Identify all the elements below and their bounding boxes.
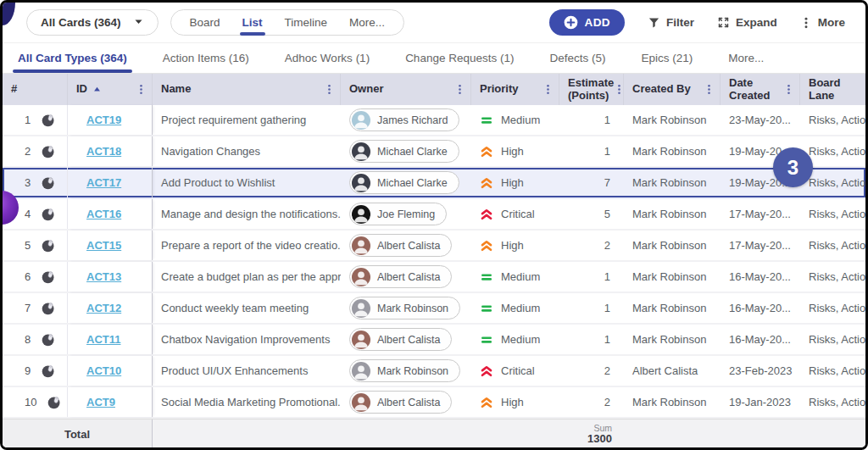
- column-header-owner[interactable]: Owner: [341, 74, 471, 105]
- expand-icon: [717, 16, 730, 29]
- owner-pill[interactable]: James Richard: [349, 108, 459, 131]
- owner-pill[interactable]: Albert Calista: [349, 391, 452, 414]
- expand-button[interactable]: Expand: [717, 16, 777, 29]
- tab-label: Change Requests (1): [405, 52, 514, 64]
- card-id-link[interactable]: ACT16: [86, 208, 121, 220]
- tab-epics-21[interactable]: Epics (21): [641, 43, 693, 73]
- card-name: Add Product to Wishlist: [161, 176, 275, 189]
- owner-pill[interactable]: Joe Fleming: [349, 203, 447, 225]
- row-number: 3: [25, 176, 31, 189]
- column-header-id[interactable]: ID: [68, 74, 153, 105]
- card-type-icon: [42, 270, 55, 284]
- owner-pill[interactable]: Michael Clarke: [349, 171, 459, 194]
- column-header-estimate-points[interactable]: Estimate (Points): [559, 74, 624, 105]
- table-row[interactable]: 2 ACT18 Navigation Changes Michael Clark…: [3, 136, 865, 168]
- table-row[interactable]: 8 ACT11 Chatbox Navigation Improvements …: [3, 325, 865, 356]
- view-switcher: BoardListTimelineMore...: [170, 9, 405, 36]
- owner-avatar: [352, 331, 370, 349]
- table-row[interactable]: 5 ACT15 Prepare a report of the video cr…: [3, 231, 865, 262]
- column-header-created-by[interactable]: Created By: [624, 74, 721, 105]
- tab-label: More...: [728, 52, 764, 64]
- expand-label: Expand: [736, 16, 777, 29]
- view-tab-label: More...: [349, 16, 385, 29]
- table-row[interactable]: 10 ACT9 Social Media Marketing Promotion…: [3, 387, 865, 419]
- board-lane: Risks, Action: [809, 176, 865, 189]
- sort-asc-icon[interactable]: [92, 85, 102, 94]
- board-lane: Risks, Action: [809, 333, 865, 346]
- card-id-link[interactable]: ACT9: [86, 396, 115, 408]
- card-id-link[interactable]: ACT19: [86, 114, 121, 126]
- toolbar-actions: ADD Filter Expand More: [549, 9, 846, 36]
- filter-icon: [648, 16, 660, 29]
- owner-pill[interactable]: Albert Calista: [349, 265, 452, 288]
- view-tab-more[interactable]: More...: [349, 10, 385, 35]
- table-row[interactable]: 3 ACT17 Add Product to Wishlist Michael …: [3, 168, 865, 199]
- view-tab-list[interactable]: List: [242, 10, 263, 35]
- view-tab-timeline[interactable]: Timeline: [285, 10, 328, 35]
- column-menu-kebab-icon[interactable]: [324, 84, 335, 95]
- tab-more[interactable]: More...: [728, 43, 764, 73]
- column-menu-kebab-icon[interactable]: [542, 84, 554, 95]
- board-lane: Risks, Action: [809, 270, 865, 283]
- card-id-link[interactable]: ACT15: [86, 239, 121, 252]
- card-id-link[interactable]: ACT13: [86, 270, 121, 283]
- priority-icon: [480, 270, 493, 284]
- view-tab-board[interactable]: Board: [190, 10, 220, 35]
- owner-pill[interactable]: Albert Calista: [349, 328, 452, 351]
- footer-sum-value: 1300: [587, 433, 612, 446]
- tab-all-card-types-364[interactable]: All Card Types (364): [18, 43, 127, 73]
- table-row[interactable]: 7 ACT12 Conduct weekly team meeting Mark…: [3, 293, 865, 325]
- toolbar: All Cards (364) BoardListTimelineMore...…: [3, 3, 865, 43]
- column-menu-kebab-icon[interactable]: [136, 84, 147, 95]
- column-header-board-lane[interactable]: Board Lane: [800, 74, 865, 105]
- card-id-link[interactable]: ACT10: [86, 364, 121, 377]
- row-number: 7: [25, 302, 31, 314]
- priority-label: High: [501, 396, 524, 408]
- owner-pill[interactable]: Albert Calista: [349, 234, 452, 257]
- card-name: Product UI/UX Enhancements: [161, 364, 308, 377]
- column-header-priority[interactable]: Priority: [471, 74, 559, 105]
- date-created: 16-May-20...: [729, 270, 791, 283]
- date-created: 19-Jan-2023: [729, 396, 791, 408]
- owner-name: Mark Robinson: [377, 365, 448, 377]
- card-id-link[interactable]: ACT17: [86, 176, 121, 189]
- more-button[interactable]: More: [800, 16, 845, 29]
- card-id-link[interactable]: ACT11: [86, 333, 120, 346]
- date-created: 23-Feb-2023: [729, 364, 792, 377]
- owner-pill[interactable]: Mark Robinson: [349, 359, 460, 382]
- card-id-link[interactable]: ACT12: [86, 302, 121, 314]
- column-menu-kebab-icon[interactable]: [704, 84, 715, 95]
- board-lane: Risks, Action: [809, 239, 865, 252]
- cards-scope-label: All Cards (364): [41, 16, 121, 29]
- owner-pill[interactable]: Michael Clarke: [349, 140, 459, 163]
- column-header-date-created[interactable]: Date Created: [721, 74, 800, 105]
- footer-sum: Sum 1300: [559, 419, 624, 449]
- filter-button[interactable]: Filter: [648, 16, 694, 29]
- tab-defects-5[interactable]: Defects (5): [549, 43, 605, 73]
- tab-change-requests-1[interactable]: Change Requests (1): [405, 43, 514, 73]
- add-button[interactable]: ADD: [549, 9, 625, 36]
- column-menu-kebab-icon[interactable]: [454, 84, 465, 95]
- estimate-value: 7: [604, 176, 610, 189]
- table-row[interactable]: 4 ACT16 Manage and design the notificati…: [3, 199, 865, 231]
- card-type-icon: [42, 208, 55, 221]
- board-lane: Risks, Action: [809, 145, 865, 158]
- column-header-name[interactable]: Name: [153, 74, 341, 105]
- table-row[interactable]: 6 ACT13 Create a budget plan as per the …: [3, 262, 865, 293]
- tab-action-items-16[interactable]: Action Items (16): [163, 43, 249, 73]
- owner-name: Michael Clarke: [377, 146, 448, 158]
- card-id-link[interactable]: ACT18: [86, 145, 121, 158]
- priority-label: Medium: [501, 333, 540, 346]
- column-menu-kebab-icon[interactable]: [783, 84, 794, 95]
- owner-name: James Richard: [377, 114, 448, 126]
- table-row[interactable]: 1 ACT19 Project requirement gathering Ja…: [3, 105, 865, 136]
- created-by: Mark Robinson: [632, 239, 706, 252]
- column-header-[interactable]: #: [3, 74, 68, 105]
- estimate-value: 2: [604, 239, 610, 252]
- column-menu-kebab-icon[interactable]: [614, 84, 624, 95]
- cards-scope-dropdown[interactable]: All Cards (364): [26, 9, 159, 36]
- tab-adhoc-works-1[interactable]: Adhoc Works (1): [285, 43, 370, 73]
- card-name: Conduct weekly team meeting: [161, 302, 309, 314]
- owner-pill[interactable]: Mark Robinson: [349, 297, 460, 319]
- table-row[interactable]: 9 ACT10 Product UI/UX Enhancements Mark …: [3, 356, 865, 387]
